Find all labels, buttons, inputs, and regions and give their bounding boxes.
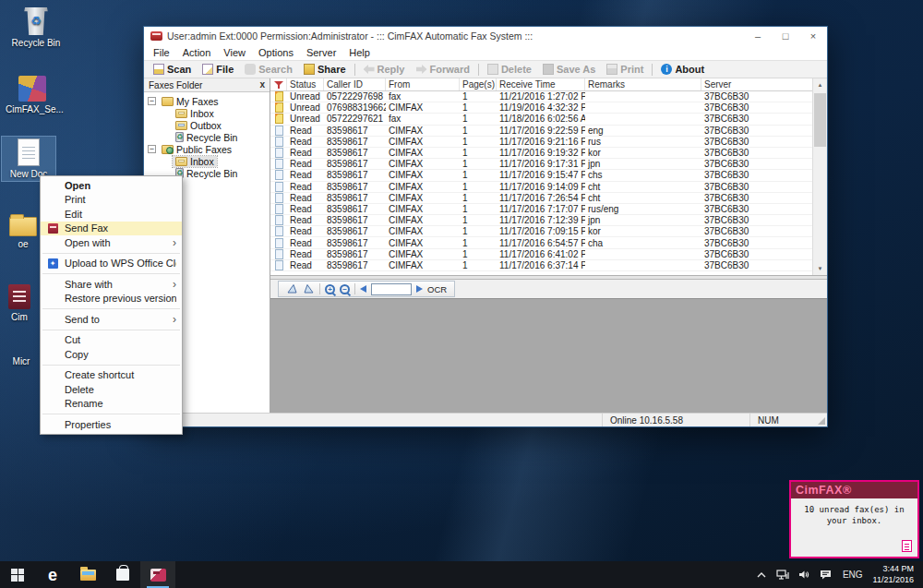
fax-row[interactable]: Unread076988319662CIMFAX111/19/2016 4:32… (270, 102, 812, 114)
column-header-server[interactable]: Server (701, 78, 812, 90)
start-button[interactable] (0, 561, 35, 588)
fax-row[interactable]: Read83598617CIMFAX111/17/2016 6:41:02 PM… (270, 249, 812, 260)
maximize-button[interactable]: □ (772, 27, 799, 45)
tree-node-my-faxes[interactable]: −My Faxes (144, 95, 270, 107)
minimize-button[interactable]: – (744, 27, 772, 45)
menu-options[interactable]: Options (252, 47, 300, 58)
table-scrollbar[interactable]: ▲ ▼ (812, 78, 827, 275)
fax-row[interactable]: Unread05722297621fax111/18/2016 6:02:56 … (270, 114, 812, 125)
fax-row[interactable]: Read83598617CIMFAX111/17/2016 9:22:59 PM… (270, 126, 812, 137)
taskbar-edge-button[interactable]: e (35, 561, 70, 588)
zoom-in-icon[interactable]: + (325, 284, 335, 294)
column-header-from[interactable]: From (386, 78, 460, 90)
fax-row[interactable]: Read83598617CIMFAX111/17/2016 9:15:47 PM… (270, 170, 812, 181)
scroll-down-icon[interactable]: ▼ (813, 262, 827, 275)
tree-node-inbox[interactable]: Inbox (144, 107, 270, 119)
collapse-expander-icon[interactable]: − (148, 97, 156, 105)
context-menu-item-copy[interactable]: Copy (41, 347, 182, 362)
rotate-left-icon[interactable] (286, 283, 298, 294)
language-indicator[interactable]: ENG (836, 570, 869, 580)
fax-row[interactable]: Read83598617CIMFAX111/17/2016 7:26:54 PM… (270, 193, 812, 204)
fax-row[interactable]: Read83598617CIMFAX111/17/2016 9:17:31 PM… (270, 159, 812, 170)
context-menu-item-delete[interactable]: Delete (41, 382, 182, 397)
next-page-icon[interactable] (416, 285, 423, 293)
clock[interactable]: 3:44 PM 11/21/2016 (869, 564, 923, 585)
toolbar-file-button[interactable]: File (197, 62, 239, 78)
toolbar-save-as-button[interactable]: Save As (537, 62, 601, 78)
fax-row[interactable]: Read83598617CIMFAX111/17/2016 7:12:39 PM… (270, 215, 812, 226)
fax-row[interactable]: Read83598617CIMFAX111/17/2016 9:19:32 PM… (270, 148, 812, 159)
desktop-icon-cimfax-se[interactable]: CimFAX_Se... (6, 74, 59, 116)
document-icon[interactable] (902, 540, 912, 552)
taskbar-cimfax-button[interactable] (140, 561, 175, 588)
toolbar-delete-button[interactable]: Delete (482, 62, 537, 78)
ocr-button[interactable]: OCR (427, 284, 447, 294)
volume-icon[interactable] (794, 570, 815, 580)
context-menu-item-print[interactable]: Print (41, 193, 182, 208)
menu-help[interactable]: Help (342, 47, 377, 58)
network-icon[interactable] (772, 570, 794, 581)
resize-grip[interactable] (816, 414, 827, 426)
fax-row[interactable]: Read83598617CIMFAX111/17/2016 6:54:57 PM… (270, 237, 812, 248)
column-header-remarks[interactable]: Remarks (585, 78, 701, 90)
zoom-out-icon[interactable]: − (340, 284, 350, 294)
desktop-icon-new-doc[interactable]: New Doc (2, 137, 55, 181)
context-menu-item-send-fax[interactable]: Send Fax (41, 222, 182, 236)
page-number-input[interactable] (371, 283, 412, 295)
cimfax-notification[interactable]: CimFAX® 10 unread fax(es) in your inbox. (789, 480, 919, 558)
collapse-expander-icon[interactable]: − (148, 145, 156, 153)
column-header-caller-id[interactable]: Caller ID (324, 78, 386, 90)
scroll-up-icon[interactable]: ▲ (813, 78, 827, 91)
title-bar[interactable]: User:admin Ext:0000 Permission:Administr… (144, 27, 827, 45)
toolbar-reply-button[interactable]: Reply (358, 62, 411, 78)
filter-column-header[interactable] (270, 78, 287, 90)
scrollbar-thumb[interactable] (814, 93, 826, 147)
context-menu-item-upload-to-wps-office-cloud[interactable]: Upload to WPS Office Cloud (41, 257, 182, 271)
context-menu-item-open-with[interactable]: Open with› (41, 235, 182, 250)
context-menu-item-edit[interactable]: Edit (41, 207, 182, 222)
taskbar-file-explorer-button[interactable] (70, 561, 105, 588)
context-menu-item-send-to[interactable]: Send to› (41, 312, 182, 327)
tree-node-public-faxes[interactable]: −Public Faxes (144, 143, 270, 155)
context-menu-item-rename[interactable]: Rename (41, 397, 182, 412)
fax-row[interactable]: Read83598617CIMFAX111/17/2016 7:17:07 PM… (270, 204, 812, 215)
toolbar-forward-button[interactable]: Forward (411, 62, 475, 78)
context-menu-item-cut[interactable]: Cut (41, 333, 182, 348)
column-header-status[interactable]: Status (287, 78, 324, 90)
previous-page-icon[interactable] (360, 285, 366, 293)
cell-status: Read (287, 249, 324, 259)
taskbar-store-button[interactable] (105, 561, 140, 588)
cell-receive-time: 11/17/2016 9:15:47 PM (497, 170, 585, 180)
toolbar-share-button[interactable]: Share (298, 62, 352, 78)
column-header-receive-time[interactable]: Receive Time (497, 78, 585, 90)
close-button[interactable]: × (799, 27, 827, 45)
menu-action[interactable]: Action (176, 47, 218, 58)
fax-row[interactable]: Read83598617CIMFAX111/17/2016 9:14:09 PM… (270, 182, 812, 193)
fax-row[interactable]: Unread05722297698fax111/21/2016 1:27:02 … (270, 91, 812, 102)
context-menu-item-restore-previous-versions[interactable]: Restore previous versions (41, 292, 182, 306)
toolbar-print-button[interactable]: Print (601, 62, 649, 78)
toolbar-scan-button[interactable]: Scan (148, 62, 197, 78)
fax-row[interactable]: Read83598617CIMFAX111/17/2016 7:09:15 PM… (270, 226, 812, 237)
menu-server[interactable]: Server (300, 47, 342, 58)
tree-node-outbox[interactable]: Outbox (144, 119, 270, 131)
menu-file[interactable]: File (147, 47, 176, 58)
rotate-right-icon[interactable] (303, 283, 315, 294)
fax-row[interactable]: Read83598617CIMFAX111/17/2016 6:37:14 PM… (270, 260, 812, 271)
column-header-page-s[interactable]: Page(s) (460, 78, 497, 90)
notification-center-icon[interactable] (815, 570, 836, 580)
context-menu-item-create-shortcut[interactable]: Create shortcut (41, 368, 182, 383)
scrollbar-track[interactable] (813, 91, 827, 262)
context-menu-item-open[interactable]: Open (41, 178, 182, 193)
menu-view[interactable]: View (217, 47, 252, 58)
toolbar-search-button[interactable]: Search (239, 62, 298, 78)
panel-close-icon[interactable]: x (259, 80, 265, 90)
fax-row[interactable]: Read83598617CIMFAX111/17/2016 9:21:16 PM… (270, 137, 812, 148)
desktop-icon-recycle-bin[interactable]: Recycle Bin (9, 6, 63, 50)
tray-chevron-up-icon[interactable] (751, 570, 772, 580)
tree-node-inbox[interactable]: Inbox (144, 155, 270, 167)
context-menu-item-share-with[interactable]: Share with› (41, 277, 182, 292)
context-menu-item-properties[interactable]: Properties (41, 417, 182, 432)
tree-node-recycle-bin[interactable]: Recycle Bin (144, 131, 270, 143)
toolbar-about-button[interactable]: About (655, 62, 710, 78)
